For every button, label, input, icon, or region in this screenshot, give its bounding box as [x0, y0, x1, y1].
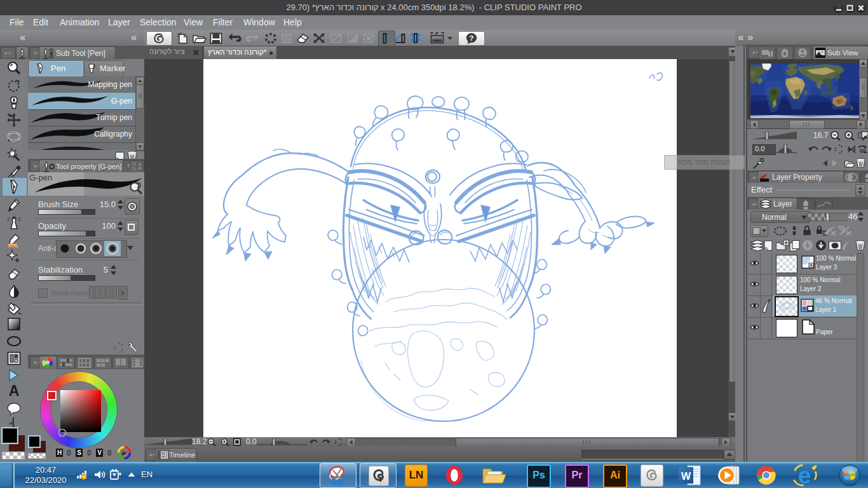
svg-text:e: e — [798, 464, 811, 487]
svg-text:W: W — [681, 471, 691, 482]
svg-text:?: ? — [469, 34, 473, 42]
